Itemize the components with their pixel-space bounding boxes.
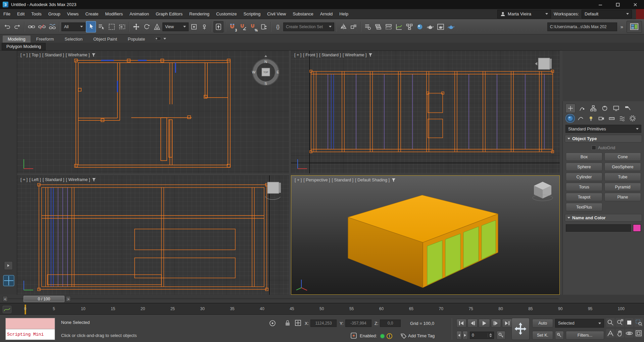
render-setup-icon[interactable] bbox=[425, 21, 435, 33]
object-type-button[interactable]: Sphere bbox=[566, 163, 602, 171]
helpers-icon[interactable] bbox=[607, 114, 616, 123]
menu-item[interactable]: Create bbox=[82, 9, 102, 19]
viewcube-icon[interactable] bbox=[261, 179, 284, 202]
cameras-icon[interactable] bbox=[597, 114, 606, 123]
spinner-snap-icon[interactable] bbox=[259, 21, 269, 33]
modify-tab-icon[interactable] bbox=[577, 104, 587, 113]
maximize-button[interactable] bbox=[609, 0, 627, 9]
isolate-selection-icon[interactable] bbox=[268, 319, 277, 327]
app-icon[interactable]: 3 bbox=[3, 2, 8, 7]
viewport-front[interactable]: [ + ] [ Front ] [ Standard ] [ Wireframe… bbox=[291, 51, 560, 173]
next-key-button[interactable] bbox=[462, 331, 468, 340]
menu-item[interactable]: Edit bbox=[14, 9, 28, 19]
undo-icon[interactable] bbox=[2, 21, 12, 33]
named-selection-set-combo[interactable]: Create Selection Set bbox=[283, 22, 334, 31]
auto-key-button[interactable]: Auto bbox=[532, 319, 553, 328]
x-coordinate-field[interactable]: 1124,253 bbox=[310, 320, 337, 327]
menu-item[interactable]: Views bbox=[64, 9, 82, 19]
object-type-button[interactable]: Cone bbox=[604, 153, 641, 161]
select-and-scale-icon[interactable] bbox=[152, 21, 162, 33]
viewport-filter-icon[interactable] bbox=[92, 177, 96, 182]
geometry-icon[interactable] bbox=[565, 114, 575, 123]
object-type-button[interactable]: Cylinder bbox=[566, 173, 602, 181]
rendered-frame-window-icon[interactable] bbox=[436, 21, 446, 33]
object-type-button[interactable]: Torus bbox=[566, 183, 602, 191]
viewport-menu-shading[interactable]: [ Wireframe ] bbox=[343, 53, 367, 57]
key-filter-icon[interactable] bbox=[555, 331, 564, 340]
next-frame-button[interactable] bbox=[491, 319, 501, 328]
absolute-mode-toggle-icon[interactable] bbox=[295, 320, 301, 326]
track-bar[interactable]: 0510152025303540455055606570758085909510… bbox=[0, 303, 644, 315]
viewcube-compass[interactable]: TOP N E S W bbox=[247, 54, 284, 90]
viewport-perspective[interactable]: [ + ] [ Perspective ] [ Standard ] [ Def… bbox=[291, 175, 560, 295]
viewport-menu-view[interactable]: [ Front ] bbox=[303, 53, 317, 57]
object-type-button[interactable]: Box bbox=[566, 153, 602, 161]
field-of-view-icon[interactable] bbox=[606, 329, 615, 338]
ribbon-tab-populate[interactable]: Populate bbox=[123, 36, 150, 43]
menu-item[interactable]: Substance bbox=[289, 9, 316, 19]
toggle-scene-explorer-icon[interactable] bbox=[363, 21, 373, 33]
viewport-menu-plus[interactable]: [ + ] bbox=[295, 178, 302, 182]
pan-hand-icon[interactable] bbox=[615, 329, 624, 338]
bind-to-space-warp-icon[interactable] bbox=[47, 21, 57, 33]
shapes-icon[interactable] bbox=[576, 114, 585, 123]
ribbon-tab-modeling[interactable]: Modeling bbox=[3, 36, 31, 43]
current-frame-field[interactable]: 0 bbox=[470, 332, 494, 339]
object-type-button[interactable]: Tube bbox=[604, 173, 641, 181]
window-crossing-icon[interactable] bbox=[117, 21, 127, 33]
viewport-menu-view[interactable]: [ Perspective ] bbox=[303, 178, 330, 182]
select-and-rotate-icon[interactable] bbox=[142, 21, 152, 33]
command-panel-splitter[interactable] bbox=[560, 51, 562, 295]
keyboard-shortcut-override-icon[interactable] bbox=[213, 21, 224, 33]
z-coordinate-field[interactable]: 0,0 bbox=[380, 320, 401, 327]
select-object-button[interactable] bbox=[86, 21, 96, 33]
viewport-top-label[interactable]: [ + ] [ Top ] [ Standard ] [ Wireframe ] bbox=[20, 53, 96, 57]
primitive-category-dropdown[interactable]: Standard Primitives bbox=[565, 125, 641, 133]
viewport-layout-tabs-icon[interactable] bbox=[3, 275, 15, 287]
autogrid-checkbox[interactable] bbox=[592, 146, 596, 150]
toggle-layer-explorer-icon[interactable] bbox=[373, 21, 383, 33]
toolbar-overflow-chevron[interactable]: » bbox=[619, 24, 625, 30]
viewport-vertical-splitter[interactable] bbox=[289, 51, 291, 295]
reference-coordinate-system-dropdown[interactable]: View bbox=[162, 22, 189, 31]
viewport-menu-standard[interactable]: [ Standard ] bbox=[319, 53, 341, 57]
y-coordinate-field[interactable]: -357,994 bbox=[345, 320, 371, 327]
orbit-icon[interactable] bbox=[625, 329, 634, 338]
zoom-icon[interactable] bbox=[606, 318, 615, 327]
viewport-menu-shading[interactable]: [ Wireframe ] bbox=[66, 53, 90, 57]
zoom-region-icon[interactable] bbox=[634, 318, 643, 327]
angle-snap-icon[interactable] bbox=[238, 21, 248, 33]
set-key-button[interactable]: Set K. bbox=[532, 331, 553, 340]
polygon-modeling-tab[interactable]: Polygon Modeling bbox=[2, 43, 46, 50]
viewport-menu-plus[interactable]: [ + ] bbox=[20, 177, 28, 182]
edit-named-selection-sets-icon[interactable]: {} bbox=[273, 21, 283, 33]
previous-key-button[interactable] bbox=[456, 331, 462, 340]
menu-item[interactable]: Rendering bbox=[186, 9, 213, 19]
schematic-view-icon[interactable] bbox=[404, 21, 414, 33]
expand-panel-arrow-button[interactable] bbox=[4, 261, 13, 270]
viewport-menu-view[interactable]: [ Left ] bbox=[29, 177, 41, 182]
menu-item[interactable]: Animation bbox=[126, 9, 152, 19]
hierarchy-tab-icon[interactable] bbox=[588, 104, 598, 113]
selection-lock-icon[interactable] bbox=[284, 319, 291, 327]
object-type-button[interactable]: TextPlus bbox=[566, 203, 602, 211]
set-key-mode-button[interactable] bbox=[511, 318, 530, 340]
previous-frame-button[interactable] bbox=[467, 319, 478, 328]
menu-item[interactable]: Help bbox=[336, 9, 352, 19]
go-to-end-button[interactable] bbox=[502, 319, 512, 328]
time-slider-next-button[interactable]: > bbox=[66, 296, 71, 302]
viewport-left-label[interactable]: [ + ] [ Left ] [ Standard ] [ Wireframe … bbox=[20, 177, 96, 182]
time-slider-track[interactable] bbox=[8, 298, 559, 299]
viewcube-icon[interactable] bbox=[531, 179, 555, 203]
redo-icon[interactable] bbox=[12, 21, 22, 33]
viewport-perspective-label[interactable]: [ + ] [ Perspective ] [ Standard ] [ Def… bbox=[295, 178, 396, 182]
user-account-dropdown[interactable]: Marta Vieira bbox=[497, 10, 551, 18]
select-and-move-icon[interactable] bbox=[131, 21, 141, 33]
menu-item[interactable]: File bbox=[0, 9, 14, 19]
zoom-all-icon[interactable] bbox=[615, 318, 624, 327]
object-type-button[interactable]: GeoSphere bbox=[604, 163, 641, 171]
create-tab-icon[interactable] bbox=[565, 104, 576, 113]
macro-recorder-pane[interactable] bbox=[6, 318, 55, 329]
viewport-menu-shading[interactable]: [ Wireframe ] bbox=[66, 177, 90, 182]
ribbon-tab-object-paint[interactable]: Object Paint bbox=[88, 36, 122, 43]
